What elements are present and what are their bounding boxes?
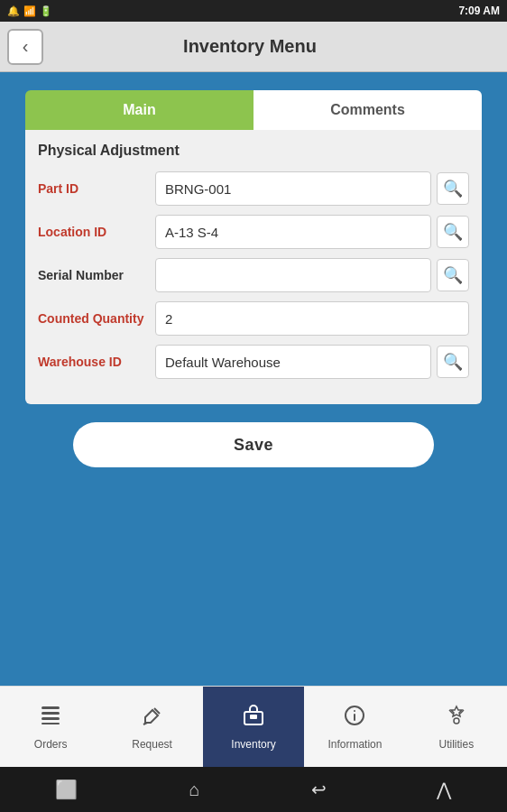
orders-label: Orders	[34, 738, 68, 751]
search-icon: 🔍	[443, 265, 463, 285]
serial-number-search-button[interactable]: 🔍	[437, 259, 469, 291]
tab-comments-label: Comments	[330, 102, 405, 118]
page-title: Inventory Menu	[43, 36, 456, 57]
utilities-label: Utilities	[438, 738, 474, 751]
counted-quantity-input-wrap	[155, 301, 469, 336]
location-id-label: Location ID	[38, 225, 155, 239]
status-bar: 🔔 📶 🔋 7:09 AM	[0, 0, 507, 22]
inventory-label: Inventory	[231, 738, 275, 751]
inventory-icon	[241, 703, 266, 734]
search-icon: 🔍	[443, 352, 463, 372]
svg-rect-7	[354, 714, 355, 721]
svg-rect-8	[354, 710, 355, 712]
nav-item-information[interactable]: Information	[304, 687, 405, 767]
warehouse-id-label: Warehouse ID	[38, 355, 155, 369]
nav-item-orders[interactable]: Orders	[0, 687, 101, 767]
warehouse-id-row: Warehouse ID 🔍	[38, 345, 469, 379]
tab-bar: Main Comments	[25, 90, 482, 130]
back-button[interactable]: ‹	[7, 29, 43, 65]
counted-quantity-input[interactable]	[155, 301, 469, 336]
warehouse-id-input-wrap: 🔍	[155, 345, 469, 379]
status-icons-left: 🔔 📶 🔋	[7, 5, 52, 17]
svg-rect-5	[250, 715, 257, 719]
wifi-icon: 📶	[23, 5, 36, 17]
page-wrapper: 🔔 📶 🔋 7:09 AM ‹ Inventory Menu Main Comm…	[0, 0, 507, 812]
save-button[interactable]: Save	[73, 422, 434, 467]
search-icon: 🔍	[443, 222, 463, 242]
nav-item-inventory[interactable]: Inventory	[203, 687, 304, 767]
bottom-nav: Orders Request Inventory	[0, 686, 507, 767]
home-icon[interactable]: ⌂	[189, 780, 199, 800]
serial-number-input-wrap: 🔍	[155, 258, 469, 292]
part-id-input[interactable]	[155, 171, 431, 206]
warehouse-id-search-button[interactable]: 🔍	[437, 346, 469, 378]
part-id-input-wrap: 🔍	[155, 171, 469, 206]
overflow-icon[interactable]: ⋀	[437, 779, 451, 800]
information-icon	[342, 703, 367, 734]
status-time: 7:09 AM	[458, 5, 500, 17]
location-id-input[interactable]	[155, 215, 431, 249]
form-container: Physical Adjustment Part ID 🔍 Location I…	[25, 130, 482, 404]
request-icon	[140, 703, 165, 734]
tab-main-label: Main	[123, 102, 155, 118]
part-id-search-button[interactable]: 🔍	[437, 172, 469, 205]
part-id-label: Part ID	[38, 181, 155, 196]
orders-icon	[38, 703, 63, 734]
system-nav-bar: ⬜ ⌂ ↩ ⋀	[0, 767, 507, 812]
back-nav-icon[interactable]: ↩	[311, 779, 327, 800]
form-card: Main Comments Physical Adjustment Part I…	[0, 72, 507, 404]
search-icon: 🔍	[443, 179, 463, 198]
recent-apps-icon[interactable]: ⬜	[55, 779, 78, 800]
back-icon: ‹	[23, 36, 29, 57]
utilities-icon	[444, 703, 469, 734]
serial-number-row: Serial Number 🔍	[38, 258, 469, 292]
battery-icon: 🔋	[40, 5, 52, 17]
nav-item-request[interactable]: Request	[101, 687, 202, 767]
request-label: Request	[132, 738, 172, 751]
svg-rect-3	[41, 723, 60, 724]
form-title: Physical Adjustment	[38, 143, 469, 159]
save-button-wrap: Save	[0, 404, 507, 476]
notification-icon: 🔔	[7, 5, 20, 17]
counted-quantity-row: Counted Quantity	[38, 301, 469, 336]
part-id-row: Part ID 🔍	[38, 171, 469, 206]
warehouse-id-input[interactable]	[155, 345, 431, 379]
svg-rect-1	[41, 712, 60, 715]
location-id-row: Location ID 🔍	[38, 215, 469, 249]
nav-item-utilities[interactable]: Utilities	[406, 687, 507, 767]
serial-number-input[interactable]	[155, 258, 431, 292]
serial-number-label: Serial Number	[38, 268, 155, 282]
location-id-input-wrap: 🔍	[155, 215, 469, 249]
svg-rect-2	[41, 717, 60, 720]
location-id-search-button[interactable]: 🔍	[437, 216, 469, 248]
counted-quantity-label: Counted Quantity	[38, 311, 155, 326]
tab-main[interactable]: Main	[25, 90, 254, 130]
top-bar: ‹ Inventory Menu	[0, 22, 507, 72]
tab-comments[interactable]: Comments	[254, 90, 482, 130]
information-label: Information	[327, 738, 382, 751]
svg-point-9	[454, 718, 459, 724]
svg-rect-0	[41, 706, 60, 709]
